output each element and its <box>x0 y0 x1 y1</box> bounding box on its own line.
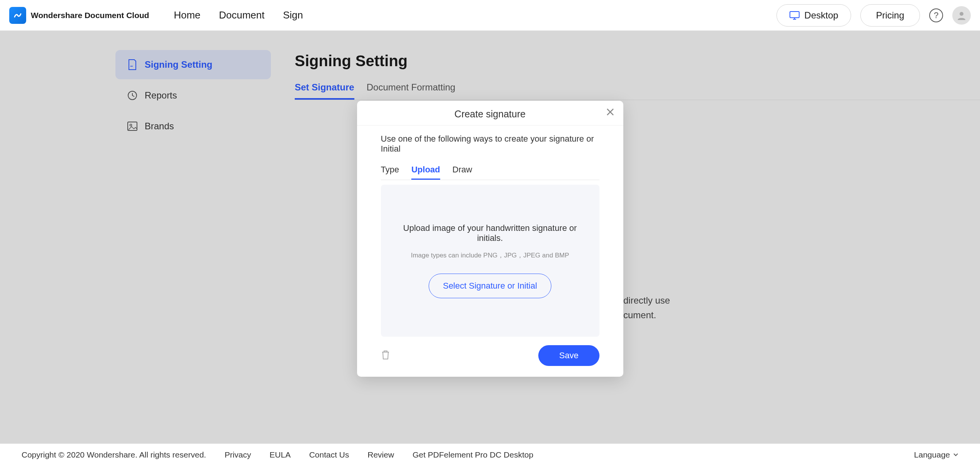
modal-header: Create signature <box>357 101 623 125</box>
logo-icon <box>9 7 26 24</box>
language-selector[interactable]: Language <box>914 450 958 459</box>
pricing-button[interactable]: Pricing <box>860 4 920 27</box>
chevron-down-icon <box>953 453 958 457</box>
footer-get-desktop[interactable]: Get PDFelement Pro DC Desktop <box>412 450 533 459</box>
nav-document[interactable]: Document <box>219 9 265 21</box>
footer-left: Copyright © 2020 Wondershare. All rights… <box>22 450 533 459</box>
footer-privacy[interactable]: Privacy <box>225 450 251 459</box>
footer-eula[interactable]: EULA <box>270 450 291 459</box>
method-tab-type[interactable]: Type <box>381 165 399 180</box>
modal-footer: Save <box>381 345 599 366</box>
modal-body: Use one of the following ways to create … <box>357 125 623 377</box>
delete-icon[interactable] <box>381 350 390 361</box>
nav-sign[interactable]: Sign <box>283 9 303 21</box>
nav-links: Home Document Sign <box>174 9 303 21</box>
desktop-button-label: Desktop <box>805 10 838 21</box>
footer-review[interactable]: Review <box>367 450 394 459</box>
modal-instruction: Use one of the following ways to create … <box>381 134 599 154</box>
desktop-icon <box>789 11 800 20</box>
select-signature-button[interactable]: Select Signature or Initial <box>429 274 551 298</box>
method-tab-draw[interactable]: Draw <box>452 165 472 180</box>
svg-point-3 <box>960 12 963 16</box>
header-right: Desktop Pricing ? <box>776 4 971 27</box>
footer-contact[interactable]: Contact Us <box>309 450 349 459</box>
nav-home[interactable]: Home <box>174 9 200 21</box>
logo-area[interactable]: Wondershare Document Cloud <box>9 7 149 24</box>
upload-area[interactable]: Upload image of your handwritten signatu… <box>381 185 599 337</box>
method-tab-upload[interactable]: Upload <box>411 165 440 180</box>
modal-title: Create signature <box>454 109 526 119</box>
create-signature-modal: Create signature Use one of the followin… <box>357 101 623 377</box>
svg-rect-0 <box>790 12 799 18</box>
help-icon[interactable]: ? <box>929 8 943 22</box>
close-icon[interactable] <box>605 108 616 119</box>
logo-text: Wondershare Document Cloud <box>31 11 149 20</box>
copyright-text: Copyright © 2020 Wondershare. All rights… <box>22 450 206 459</box>
desktop-button[interactable]: Desktop <box>776 4 851 27</box>
avatar[interactable] <box>952 6 971 25</box>
language-label: Language <box>914 450 950 459</box>
upload-instruction-sub: Image types can include PNG，JPG，JPEG and… <box>396 251 584 260</box>
upload-instruction-main: Upload image of your handwritten signatu… <box>396 223 584 243</box>
footer: Copyright © 2020 Wondershare. All rights… <box>0 444 980 466</box>
method-tabs: Type Upload Draw <box>381 165 599 180</box>
save-button[interactable]: Save <box>538 345 599 366</box>
header: Wondershare Document Cloud Home Document… <box>0 0 980 31</box>
